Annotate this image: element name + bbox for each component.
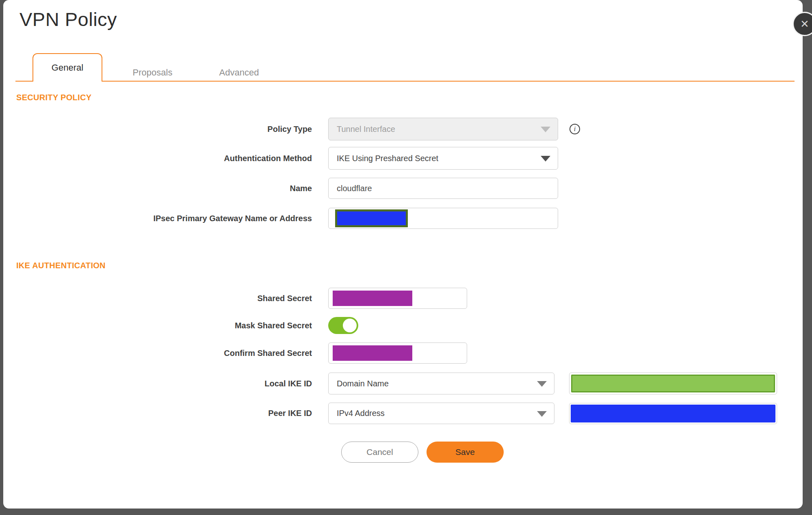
policy-type-value: Tunnel Interface	[337, 125, 395, 134]
shared-secret-redacted-value	[333, 291, 412, 306]
confirm-shared-secret-input[interactable]	[328, 343, 467, 364]
auth-method-value: IKE Using Preshared Secret	[337, 154, 438, 163]
gateway-row: IPsec Primary Gateway Name or Address	[3, 208, 803, 229]
policy-type-select: Tunnel Interface	[328, 118, 558, 140]
name-label: Name	[3, 184, 312, 193]
save-button[interactable]: Save	[427, 442, 504, 463]
ike-authentication-heading: IKE AUTHENTICATION	[16, 259, 803, 272]
toggle-knob	[343, 319, 357, 332]
auth-method-label: Authentication Method	[3, 154, 312, 163]
policy-type-label: Policy Type	[3, 125, 312, 134]
mask-shared-secret-row: Mask Shared Secret	[3, 317, 803, 334]
peer-ike-id-input[interactable]	[569, 403, 777, 424]
local-ike-id-row: Local IKE ID Domain Name	[3, 373, 803, 394]
chevron-down-icon	[537, 411, 547, 417]
local-ike-id-label: Local IKE ID	[3, 379, 312, 388]
vpn-policy-dialog: VPN Policy General Proposals Advanced SE…	[3, 0, 803, 509]
action-buttons: Cancel Save	[341, 442, 803, 463]
confirm-shared-secret-row: Confirm Shared Secret	[3, 343, 803, 364]
name-input[interactable]: cloudflare	[328, 178, 558, 199]
security-policy-heading: SECURITY POLICY	[16, 91, 803, 103]
tab-strip: General Proposals Advanced	[3, 53, 803, 82]
local-ike-id-input[interactable]	[569, 373, 777, 394]
peer-ike-id-label: Peer IKE ID	[3, 409, 312, 418]
shared-secret-input[interactable]	[328, 288, 467, 309]
name-row: Name cloudflare	[3, 178, 803, 199]
tab-general-label: General	[52, 62, 83, 73]
tab-advanced-label: Advanced	[219, 67, 259, 78]
local-ike-id-select[interactable]: Domain Name	[328, 373, 554, 394]
name-value: cloudflare	[337, 184, 372, 193]
page-title: VPN Policy	[19, 8, 803, 30]
close-icon: ✕	[800, 18, 809, 30]
auth-method-select[interactable]: IKE Using Preshared Secret	[328, 147, 558, 170]
peer-ike-id-type: IPv4 Address	[337, 409, 385, 418]
gateway-redacted-value	[335, 209, 408, 227]
tab-proposals[interactable]: Proposals	[127, 64, 178, 82]
peer-ike-id-redacted-value	[571, 405, 775, 422]
peer-ike-id-row: Peer IKE ID IPv4 Address	[3, 403, 803, 424]
confirm-shared-secret-redacted-value	[333, 345, 412, 361]
shared-secret-label: Shared Secret	[3, 294, 312, 303]
tab-advanced[interactable]: Advanced	[214, 64, 264, 82]
peer-ike-id-select[interactable]: IPv4 Address	[328, 403, 554, 424]
gateway-label: IPsec Primary Gateway Name or Address	[3, 214, 312, 223]
tab-general[interactable]: General	[32, 53, 102, 82]
chevron-down-icon	[541, 156, 550, 162]
info-icon[interactable]: i	[569, 124, 580, 134]
shared-secret-row: Shared Secret	[3, 288, 803, 309]
local-ike-id-type: Domain Name	[337, 379, 389, 388]
tab-proposals-label: Proposals	[133, 67, 173, 78]
chevron-down-icon	[541, 127, 550, 132]
confirm-shared-secret-label: Confirm Shared Secret	[3, 349, 312, 358]
mask-shared-secret-label: Mask Shared Secret	[3, 321, 312, 330]
cancel-button[interactable]: Cancel	[341, 442, 418, 463]
local-ike-id-redacted-value	[571, 375, 775, 392]
gateway-input[interactable]	[328, 208, 558, 229]
chevron-down-icon	[537, 381, 547, 387]
policy-type-row: Policy Type Tunnel Interface i	[3, 118, 803, 140]
mask-shared-secret-toggle[interactable]	[328, 317, 358, 334]
auth-method-row: Authentication Method IKE Using Preshare…	[3, 147, 803, 170]
